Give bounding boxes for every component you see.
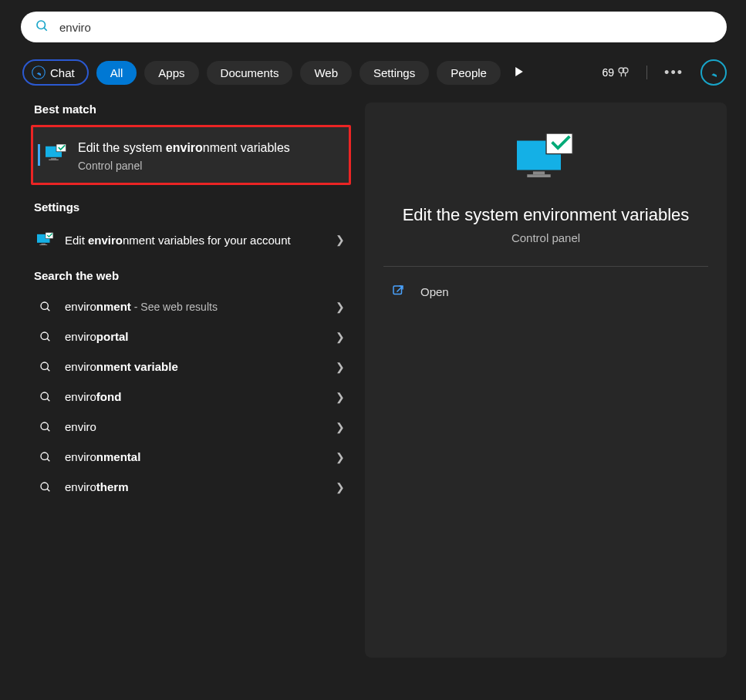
web-result-label: envirofond (65, 390, 325, 403)
more-icon[interactable]: ••• (664, 65, 684, 81)
web-result[interactable]: enviro❯ (31, 412, 351, 442)
filter-row: Chat All Apps Documents Web Settings Peo… (22, 59, 727, 86)
open-action[interactable]: Open (383, 284, 708, 301)
play-icon (515, 67, 524, 76)
search-icon (37, 301, 54, 313)
svg-rect-29 (527, 174, 550, 177)
web-result[interactable]: envirofond❯ (31, 382, 351, 412)
chevron-right-icon: ❯ (336, 331, 345, 343)
web-result-label: enviro (65, 420, 325, 433)
svg-point-15 (41, 332, 48, 339)
search-icon (37, 451, 54, 463)
chevron-right-icon: ❯ (336, 391, 345, 403)
svg-point-13 (41, 302, 48, 309)
web-result[interactable]: environment variable❯ (31, 352, 351, 382)
web-result[interactable]: enviroportal❯ (31, 321, 351, 352)
detail-title: Edit the system environment variables (403, 205, 690, 225)
search-bar[interactable] (21, 12, 727, 42)
search-icon (37, 361, 54, 373)
web-result-label: environment - See web results (65, 300, 325, 313)
svg-point-21 (41, 422, 48, 429)
svg-line-1 (44, 28, 47, 31)
svg-line-14 (47, 308, 49, 311)
svg-point-19 (41, 392, 48, 399)
monitor-check-icon-large (517, 133, 576, 183)
svg-rect-11 (39, 244, 47, 245)
open-label: Open (420, 285, 449, 298)
separator (646, 66, 647, 79)
svg-point-0 (37, 21, 46, 29)
svg-point-25 (41, 483, 48, 490)
bing-icon (707, 66, 720, 79)
chat-pill[interactable]: Chat (22, 59, 89, 86)
svg-point-17 (41, 362, 48, 369)
search-icon (35, 19, 49, 35)
monitor-icon (37, 231, 54, 248)
rewards-badge[interactable]: 69 (603, 66, 630, 79)
open-icon (391, 284, 405, 301)
web-pill[interactable]: Web (300, 61, 352, 85)
bing-button[interactable] (700, 59, 727, 86)
chevron-right-icon: ❯ (336, 301, 345, 313)
svg-rect-7 (49, 160, 59, 160)
svg-line-18 (47, 369, 49, 371)
chevron-right-icon: ❯ (336, 234, 345, 246)
settings-result-edit-account-env[interactable]: Edit environment variables for your acco… (31, 223, 351, 257)
apps-pill[interactable]: Apps (144, 61, 198, 85)
web-result[interactable]: environmental❯ (31, 442, 351, 472)
search-web-heading: Search the web (34, 269, 351, 282)
svg-point-23 (41, 453, 48, 459)
results-column: Best match Edit the system environment v… (31, 103, 351, 658)
search-icon (37, 421, 54, 433)
svg-rect-31 (393, 286, 402, 294)
web-result-label: environment variable (65, 360, 325, 373)
search-icon (37, 391, 54, 403)
chevron-right-icon: ❯ (336, 421, 345, 433)
best-match-title: Edit the system environment variables (78, 140, 290, 156)
chevron-right-icon: ❯ (336, 451, 345, 463)
svg-line-20 (47, 399, 49, 401)
web-result-label: environmental (65, 450, 325, 463)
svg-rect-28 (532, 171, 544, 174)
detail-panel: Edit the system environment variables Co… (365, 103, 727, 658)
web-result[interactable]: environment - See web results❯ (31, 291, 351, 321)
chevron-right-icon: ❯ (336, 361, 345, 373)
web-result[interactable]: envirotherm❯ (31, 472, 351, 502)
svg-line-24 (47, 459, 49, 461)
more-filters-button[interactable] (508, 66, 530, 79)
rewards-icon (617, 66, 630, 79)
divider (383, 266, 708, 267)
svg-rect-10 (42, 244, 46, 244)
settings-result-label: Edit environment variables for your acco… (65, 234, 325, 247)
bing-chat-icon (32, 66, 46, 79)
web-result-label: envirotherm (65, 480, 325, 493)
all-pill[interactable]: All (96, 61, 137, 85)
chevron-right-icon: ❯ (336, 481, 345, 493)
search-icon (37, 481, 54, 493)
search-input[interactable] (59, 21, 713, 34)
best-match-heading: Best match (34, 103, 351, 116)
svg-line-22 (47, 429, 49, 431)
monitor-check-icon (46, 144, 67, 163)
svg-line-26 (47, 489, 49, 491)
settings-pill[interactable]: Settings (359, 61, 429, 85)
settings-heading: Settings (34, 200, 351, 214)
svg-rect-6 (51, 158, 56, 159)
people-pill[interactable]: People (437, 61, 501, 85)
search-icon (37, 331, 54, 343)
best-match-subtitle: Control panel (78, 160, 290, 172)
chat-pill-label: Chat (50, 66, 75, 79)
detail-subtitle: Control panel (511, 231, 580, 244)
documents-pill[interactable]: Documents (207, 61, 293, 85)
svg-line-16 (47, 338, 49, 341)
best-match-result[interactable]: Edit the system environment variables Co… (31, 125, 351, 185)
web-result-label: enviroportal (65, 330, 325, 343)
